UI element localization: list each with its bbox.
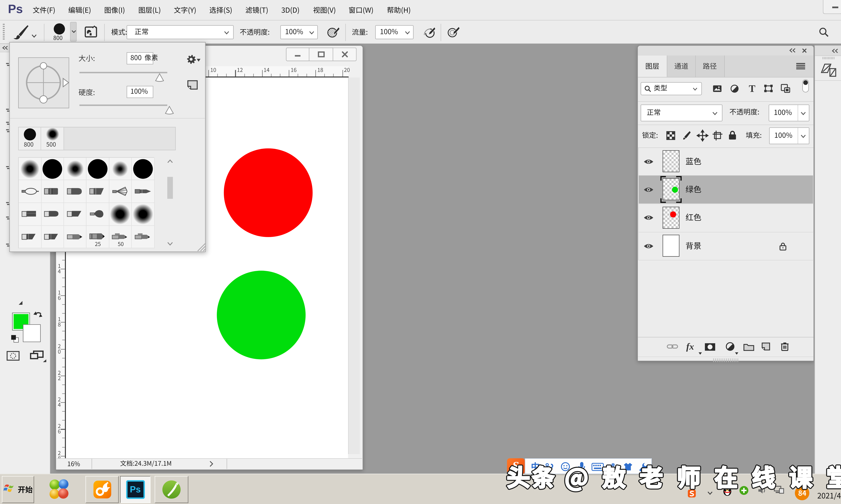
brush-grid-cell[interactable] (64, 180, 87, 203)
quick-mask-icon[interactable] (6, 351, 20, 361)
search-icon[interactable] (819, 27, 829, 37)
arrange-documents-icon[interactable] (821, 63, 837, 77)
collapse-panel-icon[interactable] (789, 48, 796, 53)
brush-grid-cell[interactable] (41, 180, 64, 203)
popup-resize-grip[interactable] (196, 242, 206, 251)
scroll-thumb[interactable] (167, 177, 173, 199)
doc-info-box[interactable]: 文档:24.3M/17.1M (91, 458, 227, 469)
doc-minimize-button[interactable] (286, 47, 309, 61)
tab-layers[interactable]: 图层 (638, 55, 667, 77)
vertical-scrollbar[interactable] (348, 77, 360, 454)
fill-select[interactable]: 100% (769, 127, 809, 144)
background-color-swatch[interactable] (23, 324, 41, 342)
close-panel-icon[interactable] (802, 48, 807, 53)
brush-grid-cell[interactable] (132, 226, 154, 249)
filter-adjustment-icon[interactable] (730, 84, 739, 93)
layer-visibility-eye-icon[interactable] (643, 214, 653, 221)
menu-help[interactable]: 帮助(H) (387, 6, 411, 14)
lock-all-icon[interactable] (728, 130, 736, 140)
menu-filter[interactable]: 滤镜(T) (245, 6, 268, 14)
layer-name[interactable]: 蓝色 (685, 157, 701, 165)
swap-colors-icon[interactable] (33, 311, 43, 319)
layer-row-3[interactable]: 红色 (638, 204, 813, 232)
filter-type-text-icon[interactable]: T (749, 83, 755, 94)
menu-3d[interactable]: 3D(D) (281, 6, 300, 14)
brush-grid-cell[interactable] (109, 180, 132, 203)
layer-filter-search[interactable]: 类型 (640, 82, 702, 95)
new-layer-icon[interactable] (761, 342, 770, 351)
brush-grid-cell[interactable] (132, 158, 154, 180)
layer-thumbnail[interactable] (663, 150, 679, 172)
filter-pixel-layers-icon[interactable] (712, 85, 722, 92)
brush-picker-dropdown[interactable] (70, 22, 77, 42)
doc-close-button[interactable] (333, 47, 357, 61)
recent-brush-500[interactable]: 500 (41, 127, 64, 150)
lock-artboard-icon[interactable] (712, 130, 722, 140)
lock-transparency-icon[interactable] (666, 131, 675, 140)
brush-grid-cell[interactable] (109, 203, 132, 226)
layers-opacity-select[interactable]: 100% (769, 104, 809, 121)
filter-toggle-switch[interactable] (802, 79, 809, 92)
pressure-opacity-icon[interactable] (327, 26, 340, 38)
doc-maximize-button[interactable] (309, 47, 333, 61)
smoothing-icon[interactable] (446, 26, 460, 39)
recent-brush-800[interactable]: 800 (19, 127, 41, 150)
collapse-toolbox-icon[interactable] (2, 46, 8, 50)
zoom-level[interactable]: 16% (67, 461, 80, 467)
brush-tool-icon[interactable] (12, 24, 30, 40)
add-mask-icon[interactable] (704, 343, 715, 351)
brush-grid-cell[interactable] (19, 180, 41, 203)
brush-grid-cell[interactable] (109, 158, 132, 180)
brush-grid-cell[interactable] (64, 158, 87, 180)
menu-image[interactable]: 图像(I) (104, 6, 125, 14)
brush-grid-cell[interactable] (64, 226, 87, 249)
tab-paths[interactable]: 路径 (696, 55, 724, 77)
airbrush-icon[interactable] (422, 26, 436, 39)
tool-preset-chevron-icon[interactable] (31, 34, 37, 38)
tab-channels[interactable]: 通道 (667, 55, 696, 77)
hardness-input[interactable]: 100% (127, 86, 153, 98)
link-layers-icon[interactable] (667, 343, 678, 349)
brush-grid-cell[interactable] (64, 203, 87, 226)
taskbar-app-circles[interactable] (49, 479, 70, 500)
brush-grid-cell[interactable]: 50 (109, 226, 132, 249)
hardness-slider-track[interactable] (80, 105, 167, 106)
menu-view[interactable]: 视图(V) (313, 6, 336, 14)
brush-angle-dial[interactable] (18, 57, 69, 108)
menu-select[interactable]: 选择(S) (209, 6, 232, 14)
start-button[interactable]: 开始 (2, 476, 34, 503)
brush-grid-cell[interactable] (41, 158, 64, 180)
mode-select[interactable]: 正常 (127, 25, 234, 39)
size-slider-track[interactable] (80, 72, 167, 73)
flow-select[interactable]: 100% (375, 25, 414, 39)
tray-expand-icon[interactable] (707, 491, 713, 495)
tray-datetime[interactable]: 2021/4/20 星期二 (817, 492, 841, 500)
filter-shape-icon[interactable] (764, 84, 773, 92)
taskbar-uc-browser[interactable] (85, 476, 119, 503)
layer-visibility-eye-icon[interactable] (643, 242, 653, 250)
layer-name[interactable]: 红色 (685, 213, 701, 221)
lock-position-icon[interactable] (697, 130, 708, 141)
app-minimize-button[interactable] (823, 0, 841, 14)
layer-visibility-eye-icon[interactable] (643, 186, 653, 193)
brush-grid-cell[interactable] (19, 158, 41, 180)
collapse-dock1-icon[interactable] (831, 48, 838, 53)
layer-row-1[interactable]: 蓝色 (638, 147, 813, 176)
layer-row-2[interactable]: 绿色 (638, 175, 813, 204)
brush-grid-cell[interactable] (87, 158, 109, 180)
delete-layer-icon[interactable] (780, 342, 789, 351)
brush-grid-cell[interactable] (132, 203, 154, 226)
blend-mode-select[interactable]: 正常 (640, 104, 722, 121)
layer-thumbnail[interactable] (663, 206, 679, 229)
layer-visibility-eye-icon[interactable] (643, 158, 653, 165)
panel-resize-ripple[interactable] (712, 358, 739, 362)
new-preset-icon[interactable] (187, 80, 198, 90)
taskbar-coreldraw[interactable] (155, 476, 188, 503)
brush-grid-cell[interactable] (41, 203, 64, 226)
tray-sogou-icon[interactable] (688, 490, 697, 499)
status-chevron-icon[interactable] (209, 461, 213, 467)
taskbar-photoshop[interactable]: Ps (120, 476, 151, 503)
panel-menu-icon[interactable] (796, 63, 805, 69)
layer-thumbnail[interactable] (663, 235, 679, 257)
brush-grid-cell[interactable]: 25 (87, 226, 109, 249)
